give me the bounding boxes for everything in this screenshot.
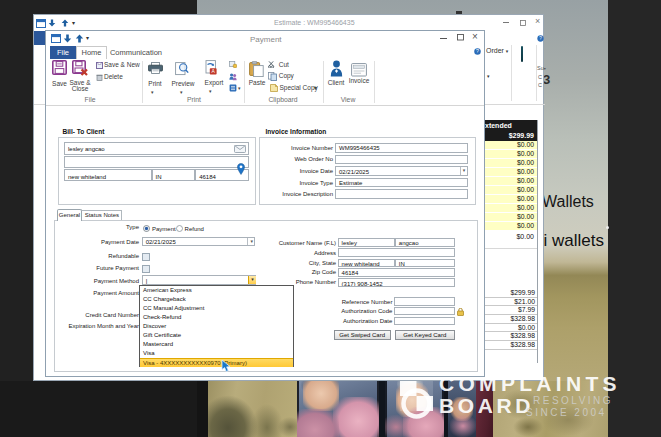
- svg-text:?: ?: [539, 36, 542, 41]
- svg-text:?: ?: [476, 48, 479, 54]
